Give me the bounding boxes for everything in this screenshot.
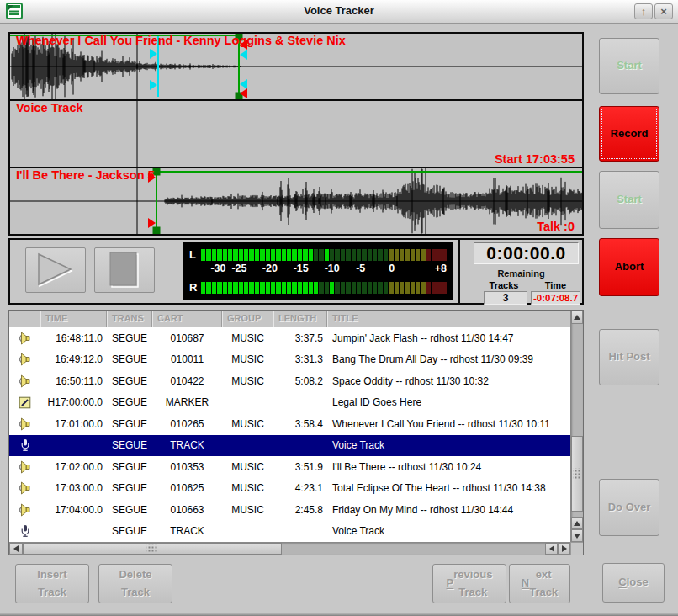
log-table-header: TIMETRANSCARTGROUPLENGTHTITLE [9,311,570,327]
cell-group: MUSIC [222,461,273,473]
scroll-down-button[interactable] [571,529,583,542]
cell-title: Whenever I Call You Friend -- rdhost 11/… [327,418,570,430]
log-row[interactable]: 17:02:00.0SEGUE010353MUSIC3:51.9I'll Be … [9,456,570,478]
speaker-icon [19,374,32,388]
log-row-selected[interactable]: SEGUETRACKVoice Track [9,435,570,457]
meter-scale-label: -20 [262,263,278,274]
log-row[interactable]: 16:50:11.0SEGUE010422MUSIC5:08.2Space Od… [9,370,570,392]
meter-segment [212,249,216,261]
log-row[interactable]: SEGUETRACKVoice Track [9,521,570,543]
meter-segment [335,282,339,294]
meter-segment [217,282,221,294]
delete-track-button[interactable]: DeleteTrack [98,564,172,603]
cell-group: MUSIC [222,418,273,430]
meter-segment [352,249,356,261]
meter-segment [201,282,205,294]
play-icon [35,252,76,288]
record-button[interactable]: Record [599,106,659,162]
row-type-icon-cell [9,417,40,431]
meter-segment [212,282,216,294]
start-record-button[interactable]: Start [599,38,659,94]
play-button[interactable] [25,247,86,293]
cell-cart: 010625 [152,482,222,494]
meter-segment [244,249,248,261]
stop-icon [108,252,141,289]
scroll-left-button-2[interactable] [545,543,558,555]
meter-segment [303,282,307,294]
row-type-icon-cell [9,353,40,366]
cell-length: 2:45.8 [273,504,327,516]
scroll-up-button[interactable] [571,311,583,324]
track-panel-next-cart[interactable]: I'll Be There - Jackson 5 Talk :0 [10,168,582,234]
horizontal-scrollbar[interactable] [9,542,570,555]
shade-button[interactable]: ↑ [634,3,653,19]
abort-button[interactable]: Abort [599,238,659,296]
cell-group: MUSIC [222,332,273,344]
insert-track-button[interactable]: InsertTrack [15,564,89,603]
elapsed-time-display: 0:00:00.0 [474,242,579,264]
remaining-time-value: -0:07:08.7 [531,291,580,305]
meter-segment [373,282,377,294]
horizontal-scrollbar-thumb[interactable] [23,543,282,555]
meter-segment [421,249,425,261]
vertical-scrollbar-thumb[interactable] [571,436,583,512]
meter-segment [368,249,372,261]
cell-group: MUSIC [222,482,273,494]
hit-post-button[interactable]: Hit Post [599,329,659,385]
log-row[interactable]: H17:00:00.0SEGUEMARKERLegal ID Goes Here [9,392,570,414]
scroll-up-button-2[interactable] [571,517,583,529]
meter-segment [260,249,264,261]
previous-track-button[interactable]: PreviousTrack [432,564,506,603]
meter-segment [314,249,318,261]
meter-segment [271,249,275,261]
meter-segment [346,282,350,294]
meter-segment [201,249,205,261]
scroll-left-button[interactable] [9,543,23,555]
next-track-button[interactable]: NextTrack [509,564,570,603]
meter-scale-label: -25 [231,263,246,274]
meter-segment [228,249,232,261]
cell-title: Bang The Drum All Day -- rdhost 11/30 09… [327,353,570,365]
cell-cart: 010687 [152,332,222,344]
column-header-title: TITLE [327,311,570,327]
do-over-button[interactable]: Do Over [599,479,659,536]
meter-segment [389,282,393,294]
remaining-label: Remaining [460,268,582,279]
meter-segment [426,249,431,261]
log-row[interactable]: 16:49:12.0SEGUE010011MUSIC3:31.3Bang The… [9,349,570,371]
row-type-icon-cell [9,438,40,452]
vertical-scrollbar[interactable] [570,311,583,542]
cell-cart: 010265 [152,418,222,430]
track-panel-voice-track[interactable]: Voice Track Start 17:03:55 [10,101,582,168]
meter-segment [223,249,227,261]
cell-cart: TRACK [152,439,222,451]
meter-segment [362,249,366,261]
cell-group: MUSIC [222,353,273,365]
cell-title: Voice Track [327,439,570,451]
row-type-icon-cell [9,374,40,388]
meter-segment [260,282,264,294]
meter-scale-label: +8 [435,263,447,274]
log-row[interactable]: 17:01:00.0SEGUE010265MUSIC3:58.4Whenever… [9,413,570,435]
track-panel-previous-cart[interactable]: Whenever I Call You Friend - Kenny Loggi… [10,34,582,101]
meter-segment [330,249,334,261]
log-row[interactable]: 17:03:00.0SEGUE010625MUSIC4:23.1Total Ec… [9,478,570,500]
log-row[interactable]: 16:48:11.0SEGUE010687MUSIC3:37.5Jumpin' … [9,327,570,349]
meter-segment [341,282,345,294]
stop-button[interactable] [94,247,155,293]
close-button[interactable]: Close [602,563,665,603]
cell-title: Total Eclipse Of The Heart -- rdhost 11/… [327,482,570,494]
meter-segment [405,282,409,294]
row-type-icon-cell [9,396,40,409]
meter-segment [282,282,286,294]
meter-segment [335,249,339,261]
scroll-right-button[interactable] [558,543,570,555]
meter-segment [266,249,270,261]
meter-segment [432,249,436,261]
column-header-group: GROUP [222,311,273,327]
meter-segment [373,249,377,261]
meter-segment [309,282,313,294]
close-window-button[interactable]: × [654,3,673,19]
log-row[interactable]: 17:04:00.0SEGUE010663MUSIC2:45.8Friday O… [9,499,570,521]
start-play-button[interactable]: Start [599,171,659,229]
